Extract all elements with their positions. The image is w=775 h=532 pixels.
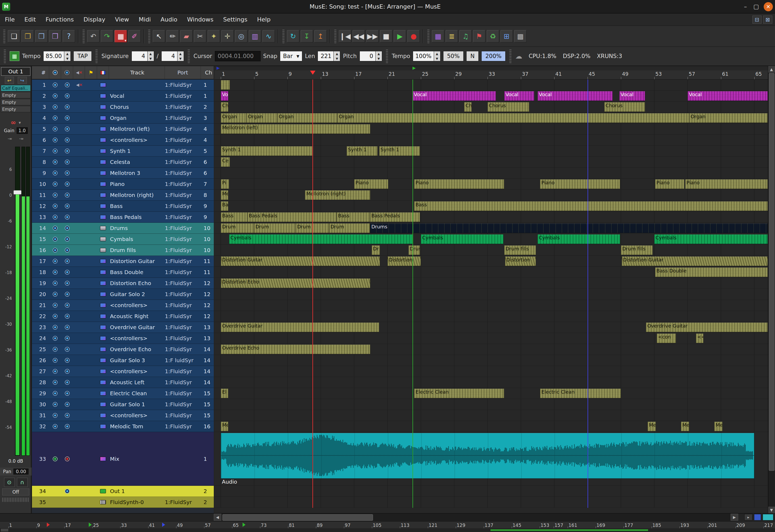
canvas-track-row-6[interactable] [214,135,768,146]
strike-tool-button[interactable]: ✐ [128,30,141,42]
sig-num-arrows[interactable]: ▲▼ [148,51,154,61]
gain-value[interactable]: 1.0 [17,127,28,134]
mdi-restore-button[interactable]: ⊟ [752,16,762,24]
list-editor-button[interactable]: ≣ [446,30,458,42]
track-row-4[interactable]: 4Organ1:FluidSyr3 [32,113,214,124]
new-file-button[interactable]: ❏ [8,30,20,42]
track-port[interactable]: 1:FluidSyr [165,192,201,198]
part-vocal[interactable]: Vocal [537,91,613,101]
mute-blue[interactable] [65,380,70,385]
part-ch[interactable]: Ch [221,102,228,112]
canvas-track-row-25[interactable]: Overdrive Echo [214,344,768,355]
goto-start-button[interactable]: ❙◀ [339,30,351,42]
record-arm-blue[interactable] [53,204,57,209]
track-port[interactable]: 1:FluidSyr [165,313,201,319]
canvas-track-row-32[interactable]: MeMeMeMe [214,421,768,432]
mute-blue[interactable] [65,138,70,142]
canvas-track-row-3[interactable]: ChChChorusChorus [214,102,768,113]
part-synth-1[interactable]: Synth 1 [347,146,378,156]
fader-thumb[interactable] [13,190,21,195]
canvas-track-row-5[interactable]: Mellotron (left) [214,124,768,135]
record-arm-cell[interactable] [49,215,61,220]
part-overdrive-guitar[interactable]: Overdrive Guitar [221,322,379,332]
wave-edit-button[interactable]: ∿ [263,30,275,42]
record-arm-cell[interactable] [49,82,61,87]
part-vocal[interactable]: Vocal [504,91,534,101]
track-row-18[interactable]: 18Bass Double1:FluidSyr11 [32,267,214,278]
song-ruler-marker[interactable] [47,523,50,527]
mixer-strip-button[interactable]: ▥ [249,30,261,42]
mute-blue[interactable] [65,424,70,429]
part-organ[interactable]: Organ [338,113,412,123]
mute-blue[interactable] [65,193,70,197]
undo-button[interactable]: ↶ [87,30,99,42]
part-bass[interactable]: Bass [337,212,370,222]
record-arm-cell[interactable] [49,182,61,186]
song-ruler[interactable]: 1917253341495765738189971051131211291371… [0,521,775,528]
canvas-track-row-9[interactable] [214,168,768,179]
record-arm-cell[interactable] [49,336,61,341]
record-arm-cell[interactable] [49,325,61,330]
maximize-button[interactable]: ▢ [751,2,762,11]
hzoom-slider[interactable] [754,514,761,520]
part-piano[interactable]: Piano [354,179,388,189]
toolbar-handle[interactable] [334,29,336,43]
menu-settings[interactable]: Settings [219,15,252,24]
track-port[interactable]: 1:FluidSyr [165,412,201,419]
part-vocal[interactable]: Vocal [412,91,496,101]
part-cymbals[interactable]: Cymbals [229,234,413,244]
mute-cell[interactable] [61,215,73,220]
part-bass-pedals[interactable]: Bass Pedals [248,212,337,222]
track-port[interactable]: 1:FluidSyr [165,115,201,121]
song-ruler-marker[interactable] [89,523,92,527]
toolbar-handle[interactable] [282,29,285,43]
track-port[interactable]: 1:FluidSyr [165,225,201,231]
record-arm-blue[interactable] [53,336,57,341]
part-piano[interactable]: Piano [414,179,504,189]
mute-cell[interactable] [61,116,73,120]
vertical-scrollbar[interactable]: ▲ ▼ [768,66,775,513]
part-me[interactable]: Me [221,190,228,200]
monitor-button[interactable]: ∩ [17,478,28,487]
canvas-track-row-12[interactable]: BaBass [214,201,768,212]
record-arm-cell[interactable] [49,259,61,264]
track-row-1[interactable]: 11:FluidSyr1 [32,80,214,91]
track-row-9[interactable]: 9Mellotron 31:FluidSyr6 [32,168,214,179]
track-port[interactable]: 1:FluidSyr [165,82,201,88]
vzoom-slider[interactable] [763,514,773,520]
mute-blue[interactable] [65,325,70,330]
track-row-10[interactable]: 10Piano1:FluidSyr7 [32,179,214,190]
mute-blue[interactable] [65,94,70,98]
menu-view[interactable]: View [110,15,134,24]
save-file-button[interactable]: ❒ [35,30,48,42]
bottom-grip[interactable] [1,529,8,531]
track-row-28[interactable]: 28Acoustic Left1:FluidSyr14 [32,377,214,388]
mute-cell[interactable] [61,105,73,109]
mute-cell[interactable] [61,358,73,363]
canvas-track-row-7[interactable]: Synth 1Synth 1Synth 1 [214,146,768,157]
track-row-22[interactable]: 22Acoustic Right1:FluidSyr12 [32,311,214,322]
track-port[interactable]: 1:FluidSyr [165,214,201,220]
hzoom-out-button[interactable]: ▸ [744,514,752,520]
scroll-left-button[interactable]: ◀ [214,514,221,521]
part-drum[interactable]: Drum [221,223,254,233]
track-port[interactable]: 1:FluidSyr [165,379,201,386]
punch-settings-button[interactable]: ▦▾ [114,30,127,42]
part-bass[interactable]: Bass [221,212,248,222]
mute-blue[interactable] [65,336,70,341]
close-button[interactable]: ✕ [764,2,773,11]
part-distortion-echo[interactable]: Distortion Echo [221,278,370,288]
canvas-track-row-18[interactable]: Bass Double [214,267,768,278]
mute-cell[interactable] [61,226,73,231]
signature-numerator-spinbox[interactable]: 4 ▲▼ [131,51,154,61]
part-mellotron-left-[interactable]: Mellotron (left) [221,124,370,134]
mute-cell[interactable] [61,237,73,242]
rewind-button[interactable]: ◀◀ [353,30,365,42]
part-organ[interactable]: Organ [221,113,247,123]
track-row-16[interactable]: 16Drum fills1:FluidSyr10 [32,245,214,256]
mute-blue[interactable] [65,248,70,253]
mute-cell[interactable] [61,413,73,418]
mute-blue[interactable] [65,270,70,275]
track-row-21[interactable]: 21<controllers>1:FluidSyr12 [32,300,214,311]
record-arm-blue[interactable] [53,358,57,363]
